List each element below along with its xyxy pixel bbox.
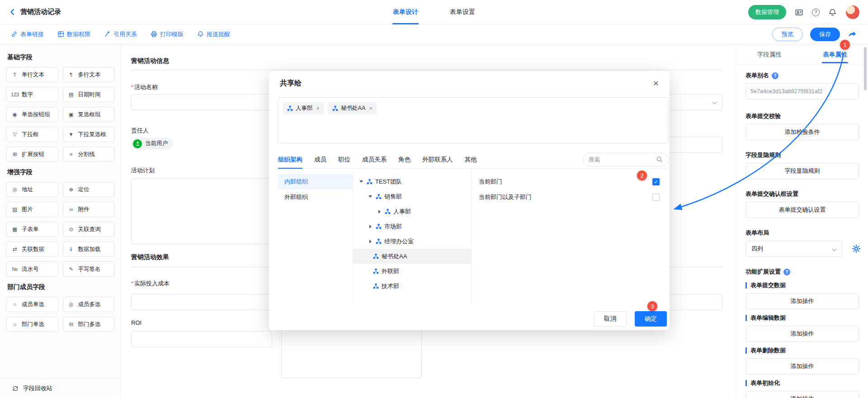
caret-down-icon[interactable]	[368, 195, 373, 198]
caret-right-icon[interactable]	[368, 240, 373, 243]
field-data-load[interactable]: ⇓数据加载	[63, 242, 115, 257]
number-icon: 123	[11, 92, 19, 97]
print-template-action[interactable]: 打印模版	[151, 30, 184, 38]
add-action-button-edit[interactable]: 添加操作	[745, 326, 859, 342]
field-extend-button[interactable]: ⊞扩展按钮	[6, 147, 58, 162]
tree-node-marketing[interactable]: 市场部	[353, 219, 471, 234]
field-radio-group[interactable]: ◉单选按钮组	[6, 107, 58, 122]
selected-targets-box[interactable]: 人事部 × 秘书处AA ×	[278, 97, 669, 143]
tab-members[interactable]: 成员	[314, 151, 326, 168]
preview-button[interactable]: 预览	[772, 28, 803, 41]
back-button[interactable]	[9, 9, 16, 15]
tree-node-secretary-selected[interactable]: 秘书处AA	[353, 249, 471, 264]
tab-form-properties[interactable]: 表单属性	[802, 44, 868, 65]
caret-right-icon[interactable]	[377, 210, 382, 213]
field-signature[interactable]: ✎手写签名	[63, 261, 115, 277]
field-member-multi[interactable]: ◎成员多选	[63, 297, 115, 312]
checkbox-checked-icon[interactable]	[652, 178, 660, 185]
tree-node-external-dept[interactable]: 外联部	[353, 264, 471, 279]
relation-arrow-icon	[104, 31, 111, 38]
remove-tag-icon[interactable]: ×	[316, 105, 320, 112]
field-dept-single[interactable]: ⌂部门单选	[6, 317, 58, 332]
tree-node-manager-office[interactable]: 经理办公室	[353, 234, 471, 249]
field-number[interactable]: 123数字	[6, 87, 58, 102]
add-action-button-init[interactable]: 添加操作	[745, 391, 859, 398]
add-action-button-delete[interactable]: 添加操作	[745, 358, 859, 374]
field-multi-line-text[interactable]: ¶多行文本	[63, 67, 115, 82]
field-location[interactable]: ⊕定位	[63, 182, 115, 197]
option-current-dept[interactable]: 当前部门	[472, 174, 669, 190]
cancel-button[interactable]: 取消	[594, 311, 627, 327]
form-link-action[interactable]: 表单链接	[11, 30, 44, 38]
share-icon[interactable]	[847, 30, 857, 39]
field-address[interactable]: ◎地址	[6, 182, 58, 197]
form-alias-input[interactable]: 5e7a4ce3d13ab8275f831af2	[745, 83, 859, 100]
tab-org-structure[interactable]: 组织架构	[278, 151, 302, 168]
tab-positions[interactable]: 职位	[338, 151, 350, 168]
push-reminder-action[interactable]: 推送提醒	[197, 30, 230, 38]
option-current-dept-and-sub[interactable]: 当前部门以及子部门	[472, 190, 669, 205]
visibility-rule-button[interactable]: 字段显隐规则	[745, 163, 859, 179]
field-select[interactable]: ▽下拉框	[6, 127, 58, 142]
save-button[interactable]: 保存	[810, 28, 840, 41]
field-subform[interactable]: ▦子表单	[6, 222, 58, 237]
submit-confirm-button[interactable]: 表单提交确认设置	[745, 202, 859, 218]
field-single-line-text[interactable]: T单行文本	[6, 67, 58, 82]
tree-node-tech-dept[interactable]: 技术部	[353, 279, 471, 294]
field-serial-number[interactable]: №流水号	[6, 261, 58, 277]
data-permission-action[interactable]: 数据权限	[57, 30, 90, 38]
tab-member-relations[interactable]: 成员关系	[362, 151, 387, 168]
field-multi-select[interactable]: ▼下拉复选框	[63, 127, 115, 142]
help-circle-icon[interactable]: ?	[783, 269, 790, 275]
cost-input[interactable]	[131, 294, 272, 310]
data-manage-button[interactable]: 数据管理	[748, 5, 786, 19]
field-divider[interactable]: ≡分割线	[63, 147, 115, 162]
caret-down-icon[interactable]	[359, 180, 364, 183]
field-image[interactable]: ▨图片	[6, 202, 58, 217]
add-action-button-submit[interactable]: 添加操作	[745, 293, 859, 309]
roi-label: ROI	[131, 319, 142, 326]
org-type-internal[interactable]: 内部组织	[278, 174, 353, 190]
page-scrollbar[interactable]	[864, 47, 867, 90]
org-type-external[interactable]: 外部组织	[278, 190, 353, 205]
help-icon[interactable]: ?	[812, 9, 820, 16]
member-card-icon[interactable]	[795, 8, 803, 17]
tab-form-settings[interactable]: 表单设置	[450, 0, 475, 24]
caret-right-icon[interactable]	[368, 225, 373, 228]
form-layout-select[interactable]: 四列	[745, 241, 842, 257]
user-avatar[interactable]	[845, 5, 860, 19]
layout-settings-gear-icon[interactable]	[852, 244, 861, 253]
submit-check-label: 表单提交校验	[745, 112, 781, 120]
notification-bell-icon[interactable]	[828, 8, 837, 17]
close-icon[interactable]: ×	[653, 78, 659, 89]
tab-form-design[interactable]: 表单设计	[393, 0, 418, 24]
field-dept-multi[interactable]: ⊟部门多选	[63, 317, 115, 332]
org-icon	[373, 268, 379, 274]
add-check-condition-button[interactable]: 添加校验条件	[745, 124, 859, 140]
field-checkbox-group[interactable]: ▣复选框组	[63, 107, 115, 122]
tree-node-sales[interactable]: 销售部	[353, 189, 471, 204]
confirm-button[interactable]: 确定	[635, 311, 667, 327]
owner-chip[interactable]: 当前用户	[131, 137, 173, 150]
field-related-data[interactable]: ⇄关联数据	[6, 242, 58, 257]
field-recycle-bin[interactable]: 字段回收站	[0, 378, 121, 398]
field-related-query[interactable]: ⊙关联查询	[63, 222, 115, 237]
roi-input[interactable]	[131, 331, 272, 347]
tab-external-contacts[interactable]: 外部联系人	[422, 151, 453, 168]
tree-node-test-team[interactable]: TEST团队	[353, 174, 471, 189]
field-member-single[interactable]: ○成员单选	[6, 297, 58, 312]
reference-relation-action[interactable]: 引用关系	[104, 30, 137, 38]
printer-icon	[151, 31, 157, 38]
tab-other[interactable]: 其他	[465, 151, 477, 168]
tab-roles[interactable]: 角色	[398, 151, 410, 168]
remove-tag-icon[interactable]: ×	[369, 105, 373, 112]
checkbox-unchecked-icon[interactable]	[652, 194, 660, 201]
field-datetime[interactable]: ▤日期时间	[63, 87, 115, 102]
tree-node-hr[interactable]: 人事部	[353, 204, 471, 219]
divider-icon: ≡	[67, 152, 75, 157]
search-input[interactable]	[589, 156, 653, 163]
related-data-icon: ⇄	[11, 246, 19, 252]
field-attachment[interactable]: ∞附件	[63, 202, 115, 217]
help-circle-icon[interactable]: ?	[772, 72, 778, 79]
tab-field-properties[interactable]: 字段属性	[736, 44, 802, 65]
